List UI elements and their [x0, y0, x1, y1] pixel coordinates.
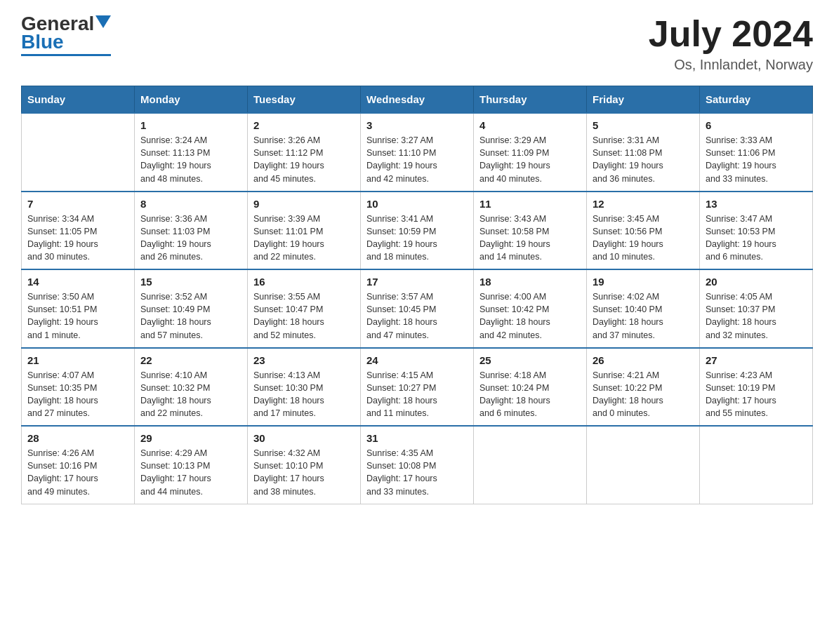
calendar-cell-w2-d2: 8Sunrise: 3:36 AMSunset: 11:03 PMDayligh…	[135, 192, 248, 270]
day-number: 21	[27, 354, 128, 366]
day-info: Sunrise: 3:31 AMSunset: 11:08 PMDaylight…	[593, 134, 694, 185]
day-number: 4	[479, 119, 581, 131]
day-info: Sunrise: 3:45 AMSunset: 10:56 PMDaylight…	[593, 213, 694, 264]
day-info: Sunrise: 3:33 AMSunset: 11:06 PMDaylight…	[706, 134, 807, 185]
day-info: Sunrise: 4:26 AMSunset: 10:16 PMDaylight…	[27, 447, 128, 498]
calendar-cell-w1-d5: 4Sunrise: 3:29 AMSunset: 11:09 PMDayligh…	[474, 113, 587, 192]
title-block: July 2024 Os, Innlandet, Norway	[649, 14, 813, 73]
day-info: Sunrise: 3:57 AMSunset: 10:45 PMDaylight…	[366, 290, 468, 342]
day-number: 13	[706, 198, 807, 210]
day-info: Sunrise: 3:50 AMSunset: 10:51 PMDaylight…	[27, 290, 128, 342]
calendar-week-1: 1Sunrise: 3:24 AMSunset: 11:13 PMDayligh…	[22, 113, 813, 192]
calendar-cell-w3-d6: 19Sunrise: 4:02 AMSunset: 10:40 PMDaylig…	[587, 269, 700, 348]
day-number: 22	[140, 354, 241, 366]
calendar-cell-w1-d7: 6Sunrise: 3:33 AMSunset: 11:06 PMDayligh…	[700, 113, 813, 192]
calendar-week-3: 14Sunrise: 3:50 AMSunset: 10:51 PMDaylig…	[22, 269, 813, 348]
calendar-cell-w4-d6: 26Sunrise: 4:21 AMSunset: 10:22 PMDaylig…	[587, 348, 700, 427]
day-info: Sunrise: 3:36 AMSunset: 11:03 PMDaylight…	[140, 213, 241, 264]
day-number: 9	[253, 198, 355, 210]
calendar-cell-w4-d7: 27Sunrise: 4:23 AMSunset: 10:19 PMDaylig…	[700, 348, 813, 427]
calendar-cell-w3-d3: 16Sunrise: 3:55 AMSunset: 10:47 PMDaylig…	[248, 269, 361, 348]
calendar-header-row: Sunday Monday Tuesday Wednesday Thursday…	[22, 86, 813, 114]
day-info: Sunrise: 4:32 AMSunset: 10:10 PMDaylight…	[253, 447, 355, 498]
day-info: Sunrise: 4:23 AMSunset: 10:19 PMDaylight…	[706, 369, 807, 420]
day-number: 11	[479, 198, 581, 210]
calendar-subtitle: Os, Innlandet, Norway	[649, 57, 813, 73]
day-info: Sunrise: 4:02 AMSunset: 10:40 PMDaylight…	[593, 290, 694, 342]
day-number: 24	[366, 354, 468, 366]
day-number: 17	[366, 276, 468, 288]
day-number: 20	[706, 276, 807, 288]
calendar-cell-w2-d5: 11Sunrise: 3:43 AMSunset: 10:58 PMDaylig…	[474, 192, 587, 270]
calendar-cell-w2-d7: 13Sunrise: 3:47 AMSunset: 10:53 PMDaylig…	[700, 192, 813, 270]
calendar-cell-w1-d4: 3Sunrise: 3:27 AMSunset: 11:10 PMDayligh…	[361, 113, 474, 192]
calendar-cell-w2-d1: 7Sunrise: 3:34 AMSunset: 11:05 PMDayligh…	[22, 192, 135, 270]
col-header-monday: Monday	[135, 86, 248, 114]
day-info: Sunrise: 4:05 AMSunset: 10:37 PMDaylight…	[706, 290, 807, 342]
calendar-week-2: 7Sunrise: 3:34 AMSunset: 11:05 PMDayligh…	[22, 192, 813, 270]
calendar-week-5: 28Sunrise: 4:26 AMSunset: 10:16 PMDaylig…	[22, 426, 813, 504]
logo-underline	[21, 54, 111, 56]
day-number: 10	[366, 198, 468, 210]
day-number: 25	[479, 354, 581, 366]
day-info: Sunrise: 4:29 AMSunset: 10:13 PMDaylight…	[140, 447, 241, 498]
day-number: 3	[366, 119, 468, 131]
day-info: Sunrise: 4:10 AMSunset: 10:32 PMDaylight…	[140, 369, 241, 420]
calendar-cell-w1-d2: 1Sunrise: 3:24 AMSunset: 11:13 PMDayligh…	[135, 113, 248, 192]
day-info: Sunrise: 4:13 AMSunset: 10:30 PMDaylight…	[253, 369, 355, 420]
calendar-cell-w5-d3: 30Sunrise: 4:32 AMSunset: 10:10 PMDaylig…	[248, 426, 361, 504]
day-info: Sunrise: 4:18 AMSunset: 10:24 PMDaylight…	[479, 369, 581, 420]
day-number: 31	[366, 432, 468, 444]
day-number: 28	[27, 432, 128, 444]
day-info: Sunrise: 3:26 AMSunset: 11:12 PMDaylight…	[253, 134, 355, 185]
calendar-cell-w5-d7	[700, 426, 813, 504]
logo: General Blue	[21, 14, 111, 56]
calendar-cell-w5-d5	[474, 426, 587, 504]
logo-triangle-icon	[95, 15, 111, 28]
col-header-tuesday: Tuesday	[248, 86, 361, 114]
col-header-saturday: Saturday	[700, 86, 813, 114]
svg-marker-0	[95, 15, 111, 28]
calendar-week-4: 21Sunrise: 4:07 AMSunset: 10:35 PMDaylig…	[22, 348, 813, 427]
day-info: Sunrise: 4:21 AMSunset: 10:22 PMDaylight…	[593, 369, 694, 420]
day-number: 5	[593, 119, 694, 131]
day-number: 14	[27, 276, 128, 288]
calendar-cell-w1-d1	[22, 113, 135, 192]
calendar-cell-w4-d3: 23Sunrise: 4:13 AMSunset: 10:30 PMDaylig…	[248, 348, 361, 427]
day-number: 8	[140, 198, 241, 210]
calendar-cell-w2-d4: 10Sunrise: 3:41 AMSunset: 10:59 PMDaylig…	[361, 192, 474, 270]
calendar-cell-w3-d2: 15Sunrise: 3:52 AMSunset: 10:49 PMDaylig…	[135, 269, 248, 348]
day-info: Sunrise: 3:52 AMSunset: 10:49 PMDaylight…	[140, 290, 241, 342]
calendar-cell-w4-d1: 21Sunrise: 4:07 AMSunset: 10:35 PMDaylig…	[22, 348, 135, 427]
day-number: 2	[253, 119, 355, 131]
day-number: 7	[27, 198, 128, 210]
calendar-cell-w5-d1: 28Sunrise: 4:26 AMSunset: 10:16 PMDaylig…	[22, 426, 135, 504]
calendar-cell-w3-d4: 17Sunrise: 3:57 AMSunset: 10:45 PMDaylig…	[361, 269, 474, 348]
calendar-cell-w5-d2: 29Sunrise: 4:29 AMSunset: 10:13 PMDaylig…	[135, 426, 248, 504]
day-number: 19	[593, 276, 694, 288]
day-info: Sunrise: 3:29 AMSunset: 11:09 PMDaylight…	[479, 134, 581, 185]
day-number: 16	[253, 276, 355, 288]
day-info: Sunrise: 3:47 AMSunset: 10:53 PMDaylight…	[706, 213, 807, 264]
col-header-thursday: Thursday	[474, 86, 587, 114]
calendar-cell-w1-d3: 2Sunrise: 3:26 AMSunset: 11:12 PMDayligh…	[248, 113, 361, 192]
calendar-cell-w5-d6	[587, 426, 700, 504]
calendar-cell-w4-d4: 24Sunrise: 4:15 AMSunset: 10:27 PMDaylig…	[361, 348, 474, 427]
col-header-wednesday: Wednesday	[361, 86, 474, 114]
day-number: 26	[593, 354, 694, 366]
day-number: 1	[140, 119, 241, 131]
calendar-cell-w3-d7: 20Sunrise: 4:05 AMSunset: 10:37 PMDaylig…	[700, 269, 813, 348]
day-info: Sunrise: 3:34 AMSunset: 11:05 PMDaylight…	[27, 213, 128, 264]
day-number: 23	[253, 354, 355, 366]
calendar-cell-w2-d6: 12Sunrise: 3:45 AMSunset: 10:56 PMDaylig…	[587, 192, 700, 270]
day-number: 30	[253, 432, 355, 444]
calendar-cell-w4-d5: 25Sunrise: 4:18 AMSunset: 10:24 PMDaylig…	[474, 348, 587, 427]
day-info: Sunrise: 4:07 AMSunset: 10:35 PMDaylight…	[27, 369, 128, 420]
day-info: Sunrise: 4:35 AMSunset: 10:08 PMDaylight…	[366, 447, 468, 498]
calendar-table: Sunday Monday Tuesday Wednesday Thursday…	[21, 86, 813, 504]
logo-blue-text: Blue	[21, 32, 64, 52]
day-info: Sunrise: 3:43 AMSunset: 10:58 PMDaylight…	[479, 213, 581, 264]
calendar-cell-w3-d1: 14Sunrise: 3:50 AMSunset: 10:51 PMDaylig…	[22, 269, 135, 348]
day-number: 29	[140, 432, 241, 444]
col-header-sunday: Sunday	[22, 86, 135, 114]
